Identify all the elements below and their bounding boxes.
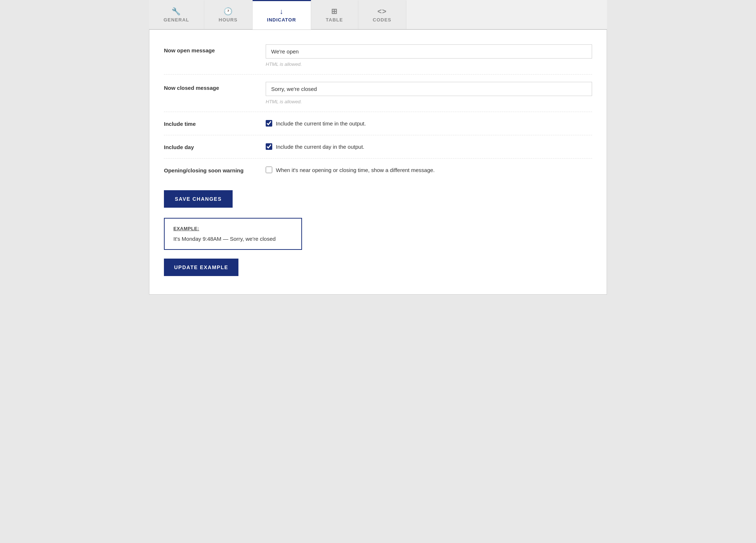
now-closed-field: HTML is allowed.	[266, 82, 592, 104]
now-closed-input[interactable]	[266, 82, 592, 96]
include-time-row: Include time Include the current time in…	[164, 112, 592, 135]
tabs-bar: 🔧 GENERAL 🕐 HOURS ↓ INDICATOR ⊞ TABLE <>…	[149, 0, 607, 29]
example-box: EXAMPLE: It's Monday 9:48AM — Sorry, we'…	[164, 218, 302, 250]
tab-codes[interactable]: <> CODES	[358, 0, 406, 29]
tab-table-label: TABLE	[326, 17, 343, 23]
now-open-label: Now open message	[164, 44, 266, 53]
now-open-input[interactable]	[266, 44, 592, 59]
save-changes-button[interactable]: SAVE CHANGES	[164, 190, 233, 208]
include-day-text: Include the current day in the output.	[276, 144, 365, 150]
tab-indicator-label: INDICATOR	[267, 17, 296, 23]
warning-text: When it's near opening or closing time, …	[276, 167, 435, 173]
tab-general-label: GENERAL	[164, 17, 189, 23]
include-day-checkbox[interactable]	[266, 143, 272, 150]
indicator-icon: ↓	[280, 8, 284, 15]
general-icon: 🔧	[172, 8, 181, 15]
include-time-field[interactable]: Include the current time in the output.	[266, 120, 366, 127]
example-title: EXAMPLE:	[173, 226, 293, 231]
table-icon: ⊞	[331, 8, 338, 15]
tab-hours[interactable]: 🕐 HOURS	[204, 0, 253, 29]
now-open-hint: HTML is allowed.	[266, 61, 592, 67]
include-time-text: Include the current time in the output.	[276, 120, 366, 127]
tab-indicator[interactable]: ↓ INDICATOR	[253, 0, 311, 29]
warning-label: Opening/closing soon warning	[164, 167, 266, 173]
include-time-checkbox[interactable]	[266, 120, 272, 127]
now-closed-row: Now closed message HTML is allowed.	[164, 75, 592, 112]
warning-field[interactable]: When it's near opening or closing time, …	[266, 167, 435, 173]
example-content: It's Monday 9:48AM — Sorry, we're closed	[173, 236, 293, 242]
tab-general[interactable]: 🔧 GENERAL	[149, 0, 204, 29]
content-area: Now open message HTML is allowed. Now cl…	[149, 29, 607, 295]
warning-checkbox[interactable]	[266, 167, 272, 173]
include-day-label: Include day	[164, 143, 266, 150]
hours-icon: 🕐	[224, 8, 233, 15]
include-time-label: Include time	[164, 120, 266, 127]
tab-table[interactable]: ⊞ TABLE	[311, 0, 358, 29]
now-closed-hint: HTML is allowed.	[266, 99, 592, 104]
include-day-field[interactable]: Include the current day in the output.	[266, 143, 365, 150]
tab-hours-label: HOURS	[219, 17, 238, 23]
update-example-button[interactable]: UPDATE EXAMPLE	[164, 259, 238, 276]
include-day-row: Include day Include the current day in t…	[164, 135, 592, 159]
now-open-field: HTML is allowed.	[266, 44, 592, 67]
now-closed-label: Now closed message	[164, 82, 266, 91]
codes-icon: <>	[377, 8, 386, 15]
now-open-row: Now open message HTML is allowed.	[164, 44, 592, 75]
tab-codes-label: CODES	[373, 17, 391, 23]
warning-row: Opening/closing soon warning When it's n…	[164, 159, 592, 181]
